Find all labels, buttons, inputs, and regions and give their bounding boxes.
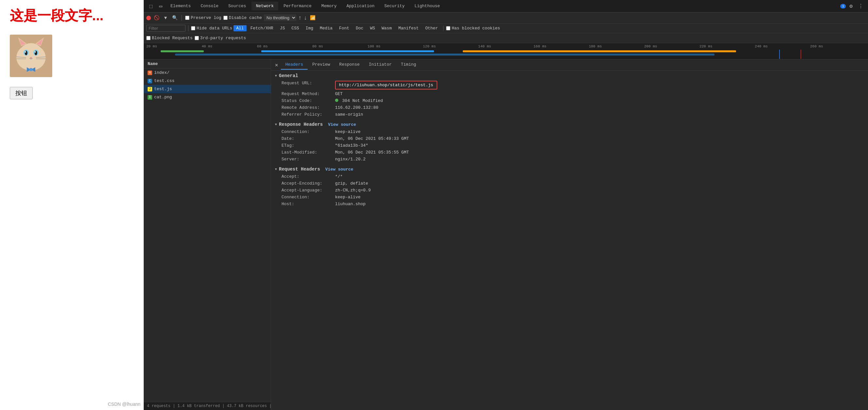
blocked-requests-checkbox[interactable] xyxy=(146,36,151,40)
file-list: H index/ C test.css J test.js I cat.png xyxy=(144,68,271,402)
tab-network[interactable]: Network xyxy=(251,2,279,10)
svg-point-2 xyxy=(20,43,42,64)
file-item-css[interactable]: C test.css xyxy=(144,77,271,85)
disable-cache-checkbox[interactable] xyxy=(223,16,227,20)
response-headers-header[interactable]: ▼ Response Headers View source xyxy=(275,119,864,128)
csdn-watermark: CSDN @lhuann xyxy=(108,402,141,407)
html-icon: H xyxy=(148,70,152,75)
img-icon: I xyxy=(148,95,152,100)
more-icon[interactable]: ⋮ xyxy=(856,2,865,11)
filter-separator xyxy=(188,26,188,31)
etag-label: ETag: xyxy=(281,143,334,148)
connection2-label: Connection: xyxy=(281,195,334,200)
last-modified-row: Last-Modified: Mon, 06 Dec 2021 05:35:55… xyxy=(275,149,864,156)
filter-media-btn[interactable]: Media xyxy=(317,25,335,31)
remote-address-row: Remote Address: 116.62.200.132:80 xyxy=(275,104,864,111)
hide-data-urls-label[interactable]: Hide data URLs xyxy=(191,26,232,31)
request-headers-header[interactable]: ▼ Request Headers View source xyxy=(275,164,864,173)
filter-row: Hide data URLs All Fetch/XHR JS CSS Img … xyxy=(144,24,868,33)
detail-close-button[interactable]: ✕ xyxy=(272,62,281,68)
file-item-png[interactable]: I cat.png xyxy=(144,93,271,101)
timeline[interactable]: 20 ms 40 ms 60 ms 80 ms 100 ms 120 ms 14… xyxy=(144,43,868,59)
server-value: nginx/1.20.2 xyxy=(335,157,366,162)
tl-20ms: 20 ms xyxy=(146,45,202,48)
filter-css-btn[interactable]: CSS xyxy=(289,25,302,31)
request-view-source[interactable]: View source xyxy=(325,167,353,172)
filter-js-btn[interactable]: JS xyxy=(277,25,288,31)
tab-performance[interactable]: Performance xyxy=(279,2,316,10)
status-dot xyxy=(335,99,338,102)
detail-tab-preview[interactable]: Preview xyxy=(308,60,335,69)
tab-console[interactable]: Console xyxy=(196,2,223,10)
svg-point-10 xyxy=(35,51,37,55)
preserve-log-label[interactable]: Preserve log xyxy=(185,16,221,20)
has-blocked-cookies-checkbox[interactable] xyxy=(446,26,450,30)
etag-row: ETag: "61ada13b-34" xyxy=(275,142,864,149)
filter-input[interactable] xyxy=(146,25,185,32)
detail-tab-headers[interactable]: Headers xyxy=(281,60,308,69)
clear-icon[interactable]: 🚫 xyxy=(153,14,160,22)
request-headers-section: ▼ Request Headers View source Accept: */… xyxy=(275,164,864,207)
request-url-label: Request URL: xyxy=(281,81,334,86)
response-headers-section: ▼ Response Headers View source Connectio… xyxy=(275,119,864,163)
tab-memory[interactable]: Memory xyxy=(317,2,341,10)
svg-point-11 xyxy=(25,51,26,53)
webpage-panel: 这是一段文字... xyxy=(0,0,144,410)
tbar-1 xyxy=(161,50,204,52)
detail-content: ▼ General Request URL: http://liuhuan.sh… xyxy=(271,70,868,410)
search-icon[interactable]: 🔍 xyxy=(171,14,178,22)
filter-wasm-btn[interactable]: Wasm xyxy=(379,25,395,31)
tab-elements[interactable]: Elements xyxy=(166,2,195,10)
filter-icon[interactable]: ▼ xyxy=(162,14,169,22)
wifi-icon[interactable]: 📶 xyxy=(309,14,316,22)
filter-sep-2 xyxy=(443,26,443,31)
response-view-source[interactable]: View source xyxy=(328,122,356,127)
webpage-button[interactable]: 按钮 xyxy=(10,87,33,99)
accept-encoding-row: Accept-Encoding: gzip, deflate xyxy=(275,180,864,187)
file-item-js[interactable]: J test.js xyxy=(144,85,271,93)
preserve-log-checkbox[interactable] xyxy=(185,16,189,20)
has-blocked-cookies-label[interactable]: Has blocked cookies xyxy=(446,26,500,31)
blocked-requests-label[interactable]: Blocked Requests xyxy=(146,36,193,40)
file-item-index[interactable]: H index/ xyxy=(144,68,271,77)
filter-img-btn[interactable]: Img xyxy=(303,25,316,31)
detail-tab-timing[interactable]: Timing xyxy=(397,60,421,69)
tab-security[interactable]: Security xyxy=(380,2,409,10)
disable-cache-label[interactable]: Disable cache xyxy=(223,16,262,20)
upload-icon[interactable]: ↑ xyxy=(298,15,302,21)
settings-icon[interactable]: ⚙ xyxy=(846,2,856,11)
filter-font-btn[interactable]: Font xyxy=(336,25,352,31)
download-icon[interactable]: ↓ xyxy=(304,15,307,21)
remote-address-label: Remote Address: xyxy=(281,105,334,110)
filter-all-btn[interactable]: All xyxy=(234,25,246,31)
detail-tab-initiator[interactable]: Initiator xyxy=(364,60,396,69)
timeline-labels: 20 ms 40 ms 60 ms 80 ms 100 ms 120 ms 14… xyxy=(144,43,868,50)
device-icon[interactable]: ▭ xyxy=(156,2,165,11)
hide-data-urls-checkbox[interactable] xyxy=(191,26,195,30)
tl-40ms: 40 ms xyxy=(202,45,257,48)
detail-tab-response[interactable]: Response xyxy=(335,60,364,69)
timeline-cursor xyxy=(779,50,780,59)
throttle-select[interactable]: No throttling xyxy=(264,14,296,21)
toolbar-separator-1 xyxy=(182,15,182,21)
general-section-header[interactable]: ▼ General xyxy=(275,70,864,80)
filter-doc-btn[interactable]: Doc xyxy=(353,25,366,31)
devtools-main-area: Name H index/ C test.css J test.js I cat… xyxy=(144,59,868,410)
tab-lighthouse[interactable]: Lighthouse xyxy=(410,2,444,10)
tab-application[interactable]: Application xyxy=(342,2,379,10)
tab-sources[interactable]: Sources xyxy=(224,2,251,10)
tl-240ms: 240 ms xyxy=(755,45,810,48)
chinese-text: 这是一段文字... xyxy=(10,6,134,25)
third-party-requests-label[interactable]: 3rd-party requests xyxy=(195,36,246,40)
filter-manifest-btn[interactable]: Manifest xyxy=(396,25,421,31)
filter-other-btn[interactable]: Other xyxy=(423,25,440,31)
third-party-checkbox[interactable] xyxy=(195,36,199,40)
devtools-tabs-bar: ⬚ ▭ Elements Console Sources Network Per… xyxy=(144,0,868,12)
server-row: Server: nginx/1.20.2 xyxy=(275,156,864,163)
record-button[interactable] xyxy=(146,16,151,20)
filter-fetch-xhr-btn[interactable]: Fetch/XHR xyxy=(248,25,276,31)
request-method-label: Request Method: xyxy=(281,91,334,96)
filter-ws-btn[interactable]: WS xyxy=(367,25,378,31)
tl-60ms: 60 ms xyxy=(257,45,312,48)
inspect-icon[interactable]: ⬚ xyxy=(146,2,155,11)
